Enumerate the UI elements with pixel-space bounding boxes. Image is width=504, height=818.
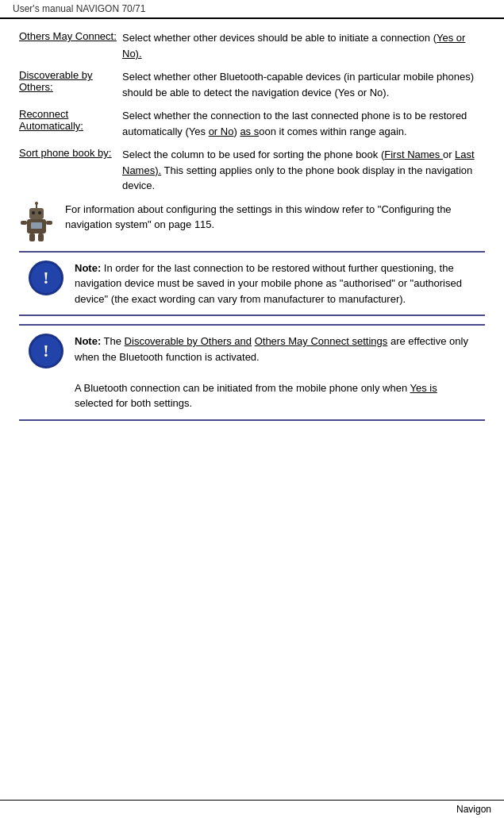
note-label-1: Note: <box>75 262 101 274</box>
section-label-sort: Sort phone book by: <box>19 147 122 194</box>
svg-point-3 <box>38 211 41 214</box>
section-others-may-connect: Others May Connect: Select whether other… <box>19 30 485 61</box>
info-block: For information about configuring the se… <box>19 202 485 243</box>
section-body-others: Select whether other devices should be a… <box>122 30 485 61</box>
svg-point-2 <box>32 211 35 214</box>
section-body-discoverable: Select whether other Bluetooth-capable d… <box>122 69 485 100</box>
footer-text: Navigon <box>456 804 491 815</box>
note-box-1: ! Note: In order for the last connection… <box>19 251 485 317</box>
section-reconnect: Reconnect Automatically: Select whether … <box>19 108 485 139</box>
robot-icon <box>19 202 54 243</box>
page-header: User's manual NAVIGON 70/71 <box>0 0 504 19</box>
section-label-discoverable: Discoverable by Others: <box>19 69 122 100</box>
svg-point-5 <box>35 202 38 205</box>
svg-rect-9 <box>38 233 44 241</box>
note-content-2: Note: The Discoverable by Others and Oth… <box>75 334 475 411</box>
note-label-2: Note: <box>75 335 101 347</box>
info-text: For information about configuring the se… <box>65 202 485 233</box>
section-label-reconnect: Reconnect Automatically: <box>19 108 122 139</box>
section-body-sort: Select the column to be used for sorting… <box>122 147 485 194</box>
section-body-reconnect: Select whether the connection to the las… <box>122 108 485 139</box>
page-footer: Navigon <box>0 800 504 818</box>
section-sort-phone: Sort phone book by: Select the column to… <box>19 147 485 194</box>
svg-rect-6 <box>21 221 27 225</box>
section-discoverable: Discoverable by Others: Select whether o… <box>19 69 485 100</box>
note-box-2: ! Note: The Discoverable by Others and O… <box>19 324 485 421</box>
note-content-1: Note: In order for the last connection t… <box>75 260 475 307</box>
note-icon-1: ! <box>29 260 63 295</box>
svg-rect-10 <box>31 222 42 229</box>
header-title: User's manual NAVIGON 70/71 <box>13 3 145 14</box>
section-label-others: Others May Connect: <box>19 30 122 61</box>
note-icon-2: ! <box>29 334 63 368</box>
svg-rect-8 <box>29 233 35 241</box>
main-content: Others May Connect: Select whether other… <box>0 19 504 461</box>
svg-rect-7 <box>46 221 52 225</box>
svg-rect-1 <box>29 208 44 219</box>
